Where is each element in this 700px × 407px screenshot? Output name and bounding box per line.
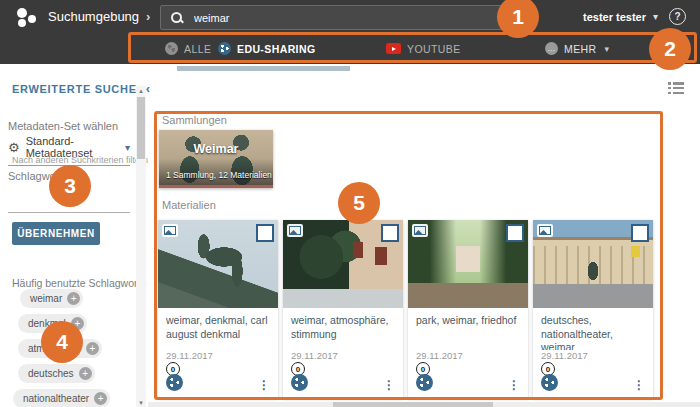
select-checkbox[interactable]: [631, 224, 649, 242]
material-card[interactable]: deutsches, nationaltheater, weimar 29.11…: [533, 220, 653, 398]
open-material-button[interactable]: [291, 374, 308, 391]
image-type-icon: [287, 224, 303, 237]
search-icon: [171, 12, 183, 24]
user-menu[interactable]: tester tester ▾ ?: [583, 8, 700, 25]
tab-label: MEHR: [564, 43, 597, 55]
tab-label: ALLE: [184, 43, 211, 55]
sidebar-scrollbar[interactable]: ▴ ▾: [136, 86, 146, 407]
material-title: weimar, denkmal, carl august denkmal: [166, 314, 274, 341]
materials-heading: Materialien: [162, 199, 216, 211]
select-checkbox[interactable]: [256, 224, 274, 242]
topbar: Suchumgebung › tester tester ▾ ?: [0, 0, 700, 33]
select-checkbox[interactable]: [506, 224, 524, 242]
collection-title: Weimar: [159, 142, 273, 156]
chevron-right-icon: ›: [146, 9, 150, 24]
caret-down-icon: ▾: [125, 142, 130, 153]
advanced-search-label: ERWEITERTE SUCHE: [12, 83, 137, 95]
add-keyword-icon[interactable]: +: [67, 292, 80, 305]
active-tab-indicator: [177, 66, 350, 71]
keyword-label: Schlagwort: [8, 170, 62, 182]
options-menu-icon[interactable]: ⋮: [508, 378, 520, 392]
page-title: Suchumgebung: [48, 9, 139, 24]
keyword-tag[interactable]: weimar +: [20, 289, 83, 308]
select-checkbox[interactable]: [381, 224, 399, 242]
material-date: 29.11.2017: [416, 350, 463, 361]
edu-sharing-logo: [17, 7, 39, 27]
annotation-circle-5: 5: [338, 182, 380, 224]
tab-alle[interactable]: ALLE: [165, 33, 211, 64]
collection-count: 1 Sammlung, 12 Materialien: [166, 170, 272, 180]
keyword-tag[interactable]: deutsches +: [18, 364, 95, 383]
scrollbar-thumb[interactable]: [333, 402, 493, 407]
open-material-button[interactable]: [166, 374, 183, 391]
horizontal-scrollbar[interactable]: [148, 402, 700, 407]
material-title: park, weimar, friedhof: [416, 314, 524, 328]
add-keyword-icon[interactable]: +: [79, 367, 92, 380]
options-menu-icon[interactable]: ⋮: [633, 378, 645, 392]
search-input[interactable]: [192, 11, 446, 25]
tab-youtube[interactable]: YOUTUBE: [386, 33, 461, 64]
tag-label: weimar: [30, 293, 62, 304]
options-menu-icon[interactable]: ⋮: [383, 378, 395, 392]
keyword-tag[interactable]: nationaltheater +: [13, 389, 110, 407]
chevron-down-icon: ▾: [653, 11, 658, 22]
material-card[interactable]: weimar, atmosphäre, stimmung 29.11.2017 …: [283, 220, 403, 398]
tag-label: atmosphäre: [28, 343, 81, 354]
material-title: weimar, atmosphäre, stimmung: [291, 314, 399, 341]
tag-label: denkmal: [28, 318, 66, 329]
tab-label: EDU-SHARING: [237, 43, 316, 55]
image-type-icon: [537, 224, 553, 237]
add-keyword-icon[interactable]: +: [71, 317, 84, 330]
apply-button[interactable]: ÜBERNEHMEN: [12, 222, 100, 245]
open-material-button[interactable]: [541, 374, 558, 391]
chevron-left-icon: ‹: [146, 81, 151, 96]
material-card[interactable]: park, weimar, friedhof 29.11.2017 0 ⋮: [408, 220, 528, 398]
material-title: deutsches, nationaltheater, weimar: [541, 314, 649, 350]
material-date: 29.11.2017: [541, 350, 588, 361]
tab-label: YOUTUBE: [407, 43, 461, 55]
filter-hint: Nach anderen Suchkriterien filtern: [12, 155, 148, 165]
scroll-down-icon[interactable]: ▾: [136, 398, 146, 407]
image-type-icon: [162, 224, 178, 237]
user-name: tester tester: [583, 11, 646, 23]
tag-label: nationaltheater: [23, 393, 89, 404]
tab-edu-sharing[interactable]: EDU-SHARING: [218, 33, 316, 64]
youtube-icon: [386, 43, 401, 54]
help-icon[interactable]: ?: [669, 8, 686, 25]
globe-icon: [165, 42, 178, 55]
search-box: [160, 5, 502, 30]
scroll-up-icon[interactable]: ▴: [136, 86, 146, 95]
frequent-keywords-label: Häufig benutzte Schlagworte: [12, 277, 146, 289]
edu-sharing-icon: [218, 42, 231, 55]
keyword-tag[interactable]: denkmal +: [18, 314, 87, 333]
source-tabbar: ALLE EDU-SHARING YOUTUBE … MEHR ▾: [0, 33, 700, 64]
add-keyword-icon[interactable]: +: [86, 342, 99, 355]
material-date: 29.11.2017: [166, 350, 213, 361]
advanced-search-toggle[interactable]: ERWEITERTE SUCHE ‹: [12, 81, 151, 96]
metadata-set-label: Metadaten-Set wählen: [8, 120, 118, 132]
collection-card[interactable]: Weimar 1 Sammlung, 12 Materialien: [159, 130, 273, 188]
gear-icon: ⚙: [8, 142, 20, 153]
tag-label: deutsches: [28, 368, 74, 379]
keyword-input[interactable]: [8, 212, 130, 213]
collection-accent-bar: [159, 185, 273, 188]
more-sources-icon: …: [545, 42, 558, 55]
open-material-button[interactable]: [416, 374, 433, 391]
add-keyword-icon[interactable]: +: [94, 392, 107, 405]
breadcrumb[interactable]: Suchumgebung ›: [48, 9, 150, 24]
tab-mehr[interactable]: … MEHR ▾: [545, 33, 609, 64]
chevron-down-icon: ▾: [605, 44, 610, 54]
material-card[interactable]: weimar, denkmal, carl august denkmal 29.…: [158, 220, 278, 398]
options-menu-icon[interactable]: ⋮: [258, 378, 270, 392]
keyword-tag[interactable]: atmosphäre +: [18, 339, 102, 358]
image-type-icon: [412, 224, 428, 237]
collections-heading: Sammlungen: [162, 114, 227, 126]
material-date: 29.11.2017: [291, 350, 338, 361]
search-environment-screen: Suchumgebung › tester tester ▾ ? ALLE ED…: [0, 0, 700, 407]
list-view-icon[interactable]: [668, 82, 684, 94]
scrollbar-thumb[interactable]: [137, 97, 145, 159]
